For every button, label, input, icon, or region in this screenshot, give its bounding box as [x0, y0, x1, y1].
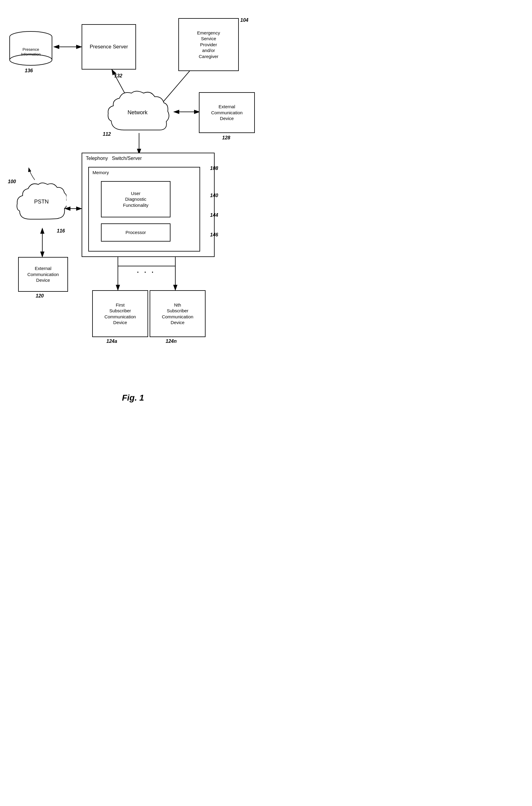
ref-146: 146 — [210, 232, 218, 238]
ref-144: 144 — [210, 212, 218, 218]
external-comm-left-box: ExternalCommunicationDevice — [18, 257, 68, 292]
ref-128: 128 — [222, 135, 230, 140]
telephony-switch-outer: Telephony Switch/Server Memory UserDiagn… — [82, 153, 215, 257]
subscriber-dots: . . . — [137, 267, 155, 275]
ref-108: 108 — [210, 166, 218, 171]
ref-124a: 124a — [107, 339, 117, 344]
presence-information-node: Presence Information — [9, 30, 53, 67]
ref-132: 132 — [114, 73, 122, 79]
memory-label: Memory — [93, 170, 109, 175]
ref-120: 120 — [36, 293, 44, 299]
presence-server-box: Presence Server — [82, 24, 136, 70]
network-cloud: Network — [106, 88, 169, 140]
ref-116: 116 — [57, 228, 65, 234]
ref-124n: 124n — [166, 339, 176, 344]
svg-text:Information: Information — [21, 52, 40, 57]
telephony-switch-title: Telephony Switch/Server — [86, 156, 142, 161]
ref-112: 112 — [103, 132, 111, 137]
ref-104: 104 — [240, 18, 248, 23]
diagram: Presence Information 136 Presence Server… — [0, 0, 266, 387]
svg-text:Presence: Presence — [23, 47, 39, 52]
user-diagnostic-box: UserDiagnosticFunctionality — [101, 181, 170, 218]
processor-box: Processor — [101, 223, 170, 242]
emergency-service-box: EmergencyServiceProviderand/orCaregiver — [178, 18, 239, 71]
first-subscriber-box: FirstSubscriberCommunicationDevice — [92, 290, 148, 337]
ref-136: 136 — [25, 68, 33, 73]
svg-point-18 — [10, 32, 51, 42]
memory-box: Memory UserDiagnosticFunctionality Proce… — [88, 167, 200, 251]
svg-text:PSTN: PSTN — [34, 199, 49, 205]
nth-subscriber-box: NthSubscriberCommunicationDevice — [150, 290, 206, 337]
ref-100: 100 — [8, 179, 16, 184]
external-comm-right-box: ExternalCommunicationDevice — [199, 92, 255, 133]
svg-text:Network: Network — [128, 109, 148, 115]
ref-140: 140 — [210, 193, 218, 198]
pstn-cloud: PSTN — [17, 182, 66, 228]
figure-caption: Fig. 1 — [0, 393, 266, 412]
